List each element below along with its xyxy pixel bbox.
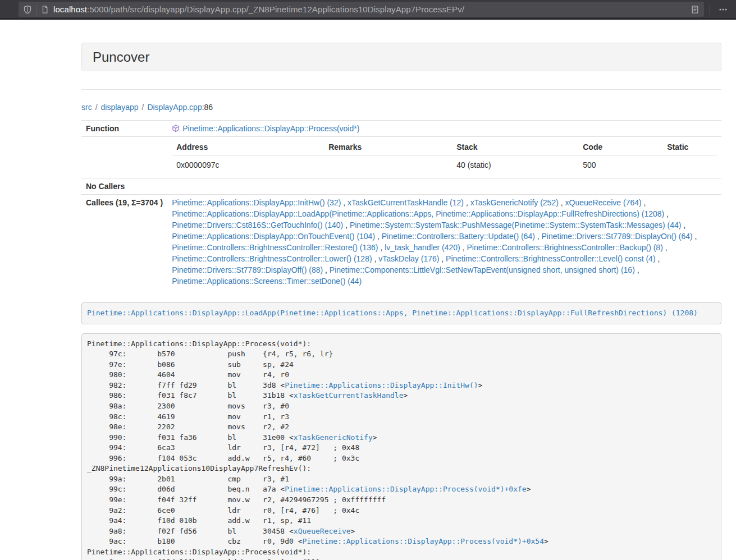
url-path: :5000/path/src/displayapp/DisplayApp.cpp… [87, 4, 464, 14]
function-stats-row: Address Remarks Stack Code Static 0x0000… [81, 137, 721, 178]
breadcrumb: src/displayapp/DisplayApp.cpp:86 [81, 102, 721, 113]
overflow-menu-button[interactable] [715, 2, 732, 17]
breadcrumb-file[interactable]: DisplayApp.cpp [147, 103, 202, 112]
col-remarks: Remarks [324, 139, 452, 155]
callees-row: Callees (19, Σ=3704 ) Pinetime::Applicat… [81, 195, 721, 290]
browser-toolbar: localhost:5000/path/src/displayapp/Displ… [0, 0, 736, 20]
disasm-symbol-link[interactable]: Pinetime::Applications::DisplayApp::Init… [285, 381, 478, 389]
callee-link[interactable]: xTaskGetCurrentTaskHandle (12) [348, 198, 464, 207]
col-address: Address [172, 139, 324, 155]
disasm-line: 98a: 2300 movs r3, #0 [87, 401, 716, 412]
callee-link[interactable]: Pinetime::Controllers::BrightnessControl… [446, 254, 655, 263]
stats-row: 0x0000097c 40 (static) 500 [172, 155, 717, 176]
disasm-line: 97c: b570 push {r4, r5, r6, lr} [87, 349, 716, 360]
url-host: localhost [53, 4, 87, 14]
function-table: Function Pinetime::Applications::Display… [81, 120, 721, 289]
breadcrumb-line-number: :86 [202, 103, 213, 112]
breadcrumb-displayapp[interactable]: displayapp [101, 103, 139, 112]
disasm-line: 9ac: b180 cbz r0, 9d0 <Pinetime::Applica… [87, 536, 716, 547]
disasm-symbol-link[interactable]: xQueueReceive [294, 527, 351, 535]
disasm-symbol-link[interactable]: Pinetime::Applications::DisplayApp::Proc… [285, 485, 526, 493]
symbol-pre: Pinetime::Applications::DisplayApp::Load… [81, 302, 721, 324]
identity-separator [36, 4, 36, 15]
remarks-value [324, 155, 452, 176]
disasm-line: 996: f104 053c add.w r5, r4, #60 ; 0x3c [87, 453, 716, 464]
callee-link[interactable]: lv_task_handler (420) [385, 243, 460, 252]
disasm-line: 9a8: f02f fd56 bl 30458 <xQueueReceive> [87, 526, 716, 537]
page-header: Puncover [81, 43, 721, 71]
page-content: Puncover src/displayapp/DisplayApp.cpp:8… [81, 43, 721, 560]
disasm-symbol-link[interactable]: xTaskGenericNotify [294, 433, 373, 442]
page-title: Puncover [93, 50, 710, 64]
breadcrumb-src[interactable]: src [81, 103, 92, 112]
function-label: Function [81, 121, 167, 137]
callee-link[interactable]: Pinetime::Controllers::BrightnessControl… [172, 243, 378, 252]
disasm-symbol-link[interactable]: xTaskGetCurrentTaskHandle [294, 391, 404, 400]
disasm-line: 99a: 2b01 cmp r3, #1 [87, 474, 716, 485]
code-value: 500 [578, 155, 662, 176]
no-callers-label: No Callers [81, 178, 167, 195]
callee-link[interactable]: xTaskGenericNotify (252) [470, 198, 559, 207]
callee-link[interactable]: Pinetime::Drivers::St7789::DisplayOff() … [172, 265, 323, 274]
page-icon[interactable] [40, 5, 49, 14]
disasm-line: 97e: b086 sub sp, #24 [87, 360, 716, 370]
disasm-line: 980: 4604 mov r4, r0 [87, 370, 716, 380]
address-value: 0x0000097c [172, 155, 324, 176]
static-value [662, 155, 717, 176]
disasm-symbol-link[interactable]: Pinetime::Applications::DisplayApp::Proc… [303, 537, 544, 545]
url-bar[interactable]: localhost:5000/path/src/displayapp/Displ… [19, 2, 704, 17]
callee-link[interactable]: Pinetime::Controllers::BrightnessControl… [467, 243, 662, 252]
stack-value: 40 (static) [452, 155, 578, 176]
callee-link[interactable]: Pinetime::Applications::Screens::Timer::… [172, 277, 362, 286]
callee-link[interactable]: Pinetime::Drivers::Cst816S::GetTouchInfo… [172, 221, 343, 229]
callee-link[interactable]: Pinetime::System::SystemTask::PushMessag… [350, 221, 682, 229]
disasm-line: 98e: 2202 movs r2, #2 [87, 422, 716, 433]
divider [81, 89, 721, 90]
callee-link[interactable]: Pinetime::Controllers::BrightnessControl… [172, 254, 372, 263]
disasm-line: 9ae: f89d 300b ldrb.w r3, [sp, #11] [87, 557, 716, 560]
disasm-line: 994: 6ca3 ldr r3, [r4, #72] ; 0x48 [87, 443, 716, 453]
breadcrumb-separator: / [95, 103, 98, 112]
url-text: localhost:5000/path/src/displayapp/Displ… [53, 4, 687, 14]
disasm-line: Pinetime::Applications::DisplayApp::Proc… [87, 339, 716, 350]
disasm-line: 99c: d06d beq.n a7a <Pinetime::Applicati… [87, 484, 716, 495]
disasm-line: 9a4: f10d 010b add.w r1, sp, #11 [87, 516, 716, 526]
disasm-line: 99e: f04f 32ff mov.w r2, #4294967295 ; 0… [87, 495, 716, 506]
disassembly-pre: Pinetime::Applications::DisplayApp::Proc… [81, 333, 721, 560]
disasm-line: 9a2: 6ce0 ldr r0, [r4, #76] ; 0x4c [87, 506, 716, 516]
disasm-line: 98c: 4619 mov r1, r3 [87, 412, 716, 423]
function-row: Function Pinetime::Applications::Display… [81, 121, 721, 137]
disasm-line: Pinetime::Applications::DisplayApp::Proc… [87, 547, 716, 558]
disasm-line: _ZN8Pinetime12Applications10DisplayApp7R… [87, 463, 716, 474]
breadcrumb-separator: / [142, 103, 144, 112]
callees-label: Callees (19, Σ=3704 ) [81, 195, 167, 290]
callee-link[interactable]: xQueueReceive (764) [565, 198, 642, 207]
stats-table: Address Remarks Stack Code Static 0x0000… [172, 139, 717, 176]
callee-link[interactable]: Pinetime::Components::LittleVgl::SetNewT… [330, 265, 635, 274]
function-name-link[interactable]: Pinetime::Applications::DisplayApp::Proc… [182, 124, 359, 133]
col-stack: Stack [452, 139, 578, 155]
loadapp-symbol-link[interactable]: Pinetime::Applications::DisplayApp::Load… [87, 309, 698, 317]
no-callers-row: No Callers [81, 178, 721, 195]
disasm-line: 986: f031 f8c7 bl 31b18 <xTaskGetCurrent… [87, 391, 716, 401]
col-static: Static [662, 139, 717, 155]
callees-list: Pinetime::Applications::DisplayApp::Init… [167, 195, 721, 290]
callee-link[interactable]: Pinetime::Applications::DisplayApp::Init… [172, 198, 341, 207]
toolbar-separator [710, 4, 710, 15]
callee-link[interactable]: Pinetime::Applications::DisplayApp::Load… [172, 209, 664, 218]
symbol-cube-icon [172, 125, 180, 132]
disasm-line: 982: f7ff fd29 bl 3d8 <Pinetime::Applica… [87, 380, 716, 391]
callee-link[interactable]: Pinetime::Applications::DisplayApp::OnTo… [172, 232, 375, 241]
callee-link[interactable]: vTaskDelay (176) [378, 254, 439, 263]
reader-mode-icon[interactable] [691, 5, 700, 14]
disasm-line: 990: f031 fa36 bl 31e00 <xTaskGenericNot… [87, 433, 716, 443]
callee-link[interactable]: Pinetime::Controllers::Battery::Update()… [382, 232, 535, 241]
shield-icon[interactable] [23, 5, 32, 14]
callee-link[interactable]: Pinetime::Drivers::St7789::DisplayOn() (… [542, 232, 693, 241]
col-code: Code [578, 139, 662, 155]
